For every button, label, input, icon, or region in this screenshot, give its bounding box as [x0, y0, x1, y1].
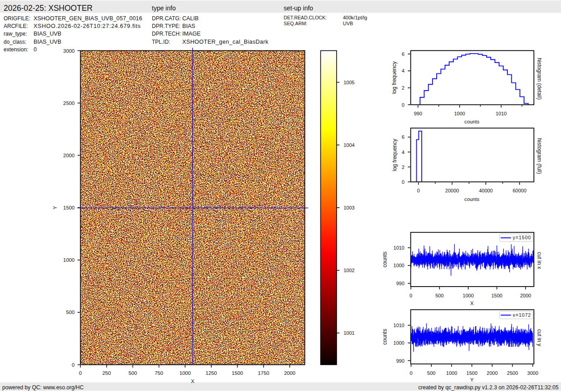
svg-text:0: 0 — [410, 293, 412, 298]
svg-text:counts: counts — [382, 329, 388, 345]
svg-text:IMAGE: IMAGE — [182, 31, 201, 37]
svg-text:ORIGFILE:: ORIGFILE: — [4, 15, 30, 22]
svg-text:DET.READ.CLOCK:: DET.READ.CLOCK: — [284, 15, 327, 20]
svg-text:500: 500 — [66, 310, 75, 315]
svg-text:6: 6 — [401, 51, 404, 57]
svg-text:cut in y: cut in y — [536, 329, 543, 346]
svg-text:0: 0 — [401, 102, 404, 108]
svg-text:1500: 1500 — [232, 370, 243, 376]
svg-text:DPR.TECH:: DPR.TECH: — [152, 31, 181, 37]
svg-text:cut in x: cut in x — [536, 252, 543, 269]
svg-text:extension:: extension: — [4, 46, 28, 53]
svg-text:TPL.ID:: TPL.ID: — [152, 39, 170, 45]
svg-text:250: 250 — [102, 370, 111, 376]
svg-text:0: 0 — [417, 188, 420, 193]
svg-text:1000: 1000 — [463, 293, 474, 298]
svg-text:2: 2 — [401, 164, 404, 170]
svg-text:DPR.TYPE:: DPR.TYPE: — [152, 23, 180, 29]
svg-text:histogram (detail): histogram (detail) — [536, 58, 543, 100]
svg-text:2500: 2500 — [63, 100, 74, 106]
svg-text:2000: 2000 — [284, 370, 295, 376]
svg-text:990: 990 — [396, 281, 404, 286]
svg-text:60000: 60000 — [513, 188, 527, 193]
svg-text:400k/1pt/lg: 400k/1pt/lg — [343, 15, 367, 20]
svg-text:powered by QC: www.eso.org/HC: powered by QC: www.eso.org/HC — [2, 384, 84, 391]
svg-text:3000: 3000 — [63, 48, 74, 54]
svg-text:log frequency: log frequency — [392, 61, 398, 94]
svg-text:1000: 1000 — [454, 111, 465, 116]
svg-text:created by qc_rawdisp.py v1.2.: created by qc_rawdisp.py v1.2.3 on 2026-… — [418, 384, 559, 391]
svg-text:2: 2 — [401, 85, 404, 91]
svg-text:histogram (full): histogram (full) — [536, 138, 543, 174]
svg-text:500: 500 — [435, 293, 443, 298]
svg-text:6: 6 — [401, 134, 404, 140]
svg-text:1500: 1500 — [466, 370, 477, 376]
svg-text:y=1500: y=1500 — [513, 235, 531, 240]
svg-text:log frequency: log frequency — [392, 139, 398, 171]
svg-text:2500: 2500 — [507, 370, 518, 376]
svg-text:1250: 1250 — [205, 370, 217, 376]
svg-text:XSHOO.2026-02-26T10:27:24.679.: XSHOO.2026-02-26T10:27:24.679.fits — [34, 23, 141, 29]
svg-text:XSHOOTER_GEN_BIAS_UVB_057_0016: XSHOOTER_GEN_BIAS_UVB_057_0016 — [34, 15, 142, 22]
svg-text:1000: 1000 — [393, 263, 404, 268]
svg-text:DPR.CATG:: DPR.CATG: — [152, 15, 181, 22]
svg-text:Y: Y — [470, 377, 474, 383]
svg-text:4: 4 — [401, 68, 404, 73]
svg-text:ARCFILE:: ARCFILE: — [4, 23, 28, 29]
svg-text:0: 0 — [72, 362, 74, 368]
svg-text:X: X — [470, 301, 474, 306]
svg-text:2000: 2000 — [487, 370, 497, 376]
svg-text:990: 990 — [414, 111, 422, 116]
svg-text:1000: 1000 — [179, 370, 191, 376]
svg-text:0: 0 — [410, 370, 412, 376]
svg-text:1010: 1010 — [393, 323, 404, 328]
svg-text:1000: 1000 — [446, 370, 457, 376]
svg-text:1500: 1500 — [491, 293, 502, 298]
svg-text:2026-02-25: XSHOOTER: 2026-02-25: XSHOOTER — [4, 4, 92, 13]
svg-text:0: 0 — [401, 179, 404, 185]
svg-text:2000: 2000 — [520, 293, 531, 298]
svg-text:1003: 1003 — [344, 205, 355, 210]
svg-text:raw_type:: raw_type: — [4, 31, 27, 37]
svg-text:counts: counts — [465, 196, 480, 202]
svg-text:1750: 1750 — [258, 370, 269, 376]
svg-text:Y: Y — [53, 206, 58, 210]
svg-text:1000: 1000 — [63, 257, 74, 263]
svg-text:1000: 1000 — [393, 340, 404, 346]
svg-text:3000: 3000 — [527, 370, 538, 376]
svg-text:SEQ.ARM:: SEQ.ARM: — [284, 21, 307, 26]
svg-text:1010: 1010 — [496, 111, 506, 116]
svg-text:1500: 1500 — [63, 205, 74, 210]
svg-text:1004: 1004 — [344, 142, 355, 148]
svg-text:500: 500 — [128, 370, 137, 376]
svg-text:500: 500 — [427, 370, 435, 376]
svg-text:X: X — [191, 378, 195, 384]
svg-text:990: 990 — [396, 358, 404, 364]
svg-text:750: 750 — [155, 370, 163, 376]
svg-text:XSHOOTER_gen_cal_BiasDark: XSHOOTER_gen_cal_BiasDark — [182, 39, 269, 45]
svg-text:x=1072: x=1072 — [513, 312, 531, 318]
svg-text:BIAS_UVB: BIAS_UVB — [34, 39, 62, 45]
svg-text:1001: 1001 — [344, 330, 355, 336]
svg-text:0: 0 — [79, 370, 82, 376]
svg-text:1005: 1005 — [344, 80, 355, 85]
svg-text:20000: 20000 — [445, 188, 459, 193]
svg-text:4: 4 — [401, 150, 404, 155]
svg-text:do_class:: do_class: — [4, 39, 27, 45]
svg-text:counts: counts — [382, 251, 388, 267]
svg-text:BIAS: BIAS — [182, 23, 196, 29]
svg-text:1002: 1002 — [344, 268, 355, 273]
svg-text:1010: 1010 — [393, 245, 404, 251]
svg-text:0: 0 — [34, 46, 37, 53]
svg-text:BIAS_UVB: BIAS_UVB — [34, 31, 62, 37]
svg-text:UVB: UVB — [343, 21, 353, 26]
svg-text:counts: counts — [465, 119, 480, 124]
svg-text:CALIB: CALIB — [182, 15, 199, 22]
svg-text:2000: 2000 — [63, 153, 74, 158]
svg-text:40000: 40000 — [479, 188, 493, 193]
svg-text:set-up info: set-up info — [284, 5, 314, 12]
svg-text:type info: type info — [152, 5, 176, 12]
